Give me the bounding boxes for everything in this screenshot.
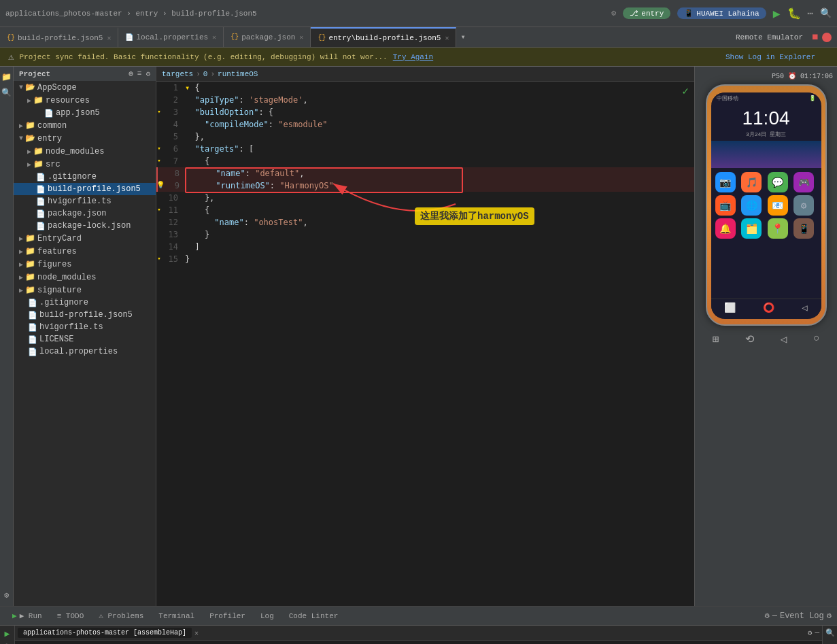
tree-item-entrycard[interactable]: ▶ 📁 EntryCard <box>14 232 156 245</box>
terminal-tab[interactable]: Terminal <box>152 609 201 623</box>
run-subtab-close[interactable]: ✕ <box>194 629 199 637</box>
tree-item-buildprofile-entry[interactable]: 📄 build-profile.json5 <box>14 183 156 195</box>
todo-tab[interactable]: ≡ TODO <box>50 609 91 623</box>
tree-item-localprops[interactable]: 📄 local.properties <box>14 345 156 358</box>
explorer-icon[interactable]: 📁 <box>1 72 12 82</box>
settings-eventlog-icon[interactable]: ⚙ <box>827 611 832 621</box>
tree-item-buildprofile-root[interactable]: 📄 build-profile.json5 <box>14 309 156 321</box>
sidebar-scope-icon[interactable]: ⊕ <box>129 69 133 78</box>
profiler-tab[interactable]: Profiler <box>203 609 252 623</box>
tab-close-3[interactable]: ✕ <box>299 33 303 41</box>
editor-breadcrumb: targets › 0 › runtimeOS <box>156 67 694 82</box>
editor-code[interactable]: ✓ 1 ▾ { 2 "apiType": 'stageMode', ▾ 3 "b… <box>156 82 694 606</box>
tree-item-packagelock-entry[interactable]: 📄 package-lock.json <box>14 220 156 232</box>
search-sidebar-icon[interactable]: 🔍 <box>1 88 12 98</box>
tree-item-gitignore-entry[interactable]: 📄 .gitignore <box>14 171 156 183</box>
sidebar: Project ⊕ ≡ ⚙ ▼ 📂 AppScope ▶ 📁 resources <box>14 67 156 606</box>
phone-nav-square[interactable]: ⬜ <box>724 302 736 313</box>
file-icon-bp-root: 📄 <box>28 311 37 320</box>
settings-icon[interactable]: ⚙ <box>611 8 616 18</box>
tab-build-profile[interactable]: {} build-profile.json5 ✕ <box>0 27 118 48</box>
minimize-run-icon[interactable]: — <box>772 611 777 621</box>
tree-item-resources[interactable]: ▶ 📁 resources <box>14 94 156 107</box>
tree-item-appjson[interactable]: 📄 app.json5 <box>14 107 156 119</box>
tree-item-figures[interactable]: ▶ 📁 figures <box>14 258 156 271</box>
top-bar: applications_photos-master › entry › bui… <box>0 0 837 27</box>
folder-icon-entry: 📂 <box>25 133 35 143</box>
try-again-link[interactable]: Try Again <box>393 53 433 61</box>
phone-ctrl-back[interactable]: ⟲ <box>745 333 754 346</box>
folder-icon-nm-entry: 📁 <box>33 146 44 156</box>
code-line-4: 4 "compileMode": "esmodule" <box>156 118 694 131</box>
folder-icon-figures: 📁 <box>25 259 35 269</box>
warning-bar: ⚠ Project sync failed. Basic functionali… <box>0 48 837 67</box>
tree-item-hvigorfile-entry[interactable]: 📄 hvigorfile.ts <box>14 195 156 207</box>
sidebar-menu-icon[interactable]: ⚙ <box>146 69 150 78</box>
run-subtab-settings[interactable]: ⚙ <box>808 628 813 637</box>
tree-item-entry[interactable]: ▼ 📂 entry <box>14 132 156 145</box>
tree-item-features[interactable]: ▶ 📁 features <box>14 245 156 258</box>
label-nm-entry: node_modules <box>46 147 104 156</box>
breadcrumb-0: 0 <box>203 70 208 78</box>
codelinter-tab[interactable]: Code Linter <box>282 609 345 623</box>
run-tab[interactable]: ▶ ▶ Run <box>5 609 49 623</box>
tree-item-hvigorfile-root[interactable]: 📄 hvigorfile.ts <box>14 321 156 333</box>
breadcrumb-targets: targets <box>162 70 193 78</box>
tree-item-nodemodules-root[interactable]: ▶ 📁 node_modules <box>14 271 156 284</box>
tree-item-node-modules-entry[interactable]: ▶ 📁 node_modules <box>14 145 156 158</box>
code-line-8: 8 "name": "default", <box>156 167 694 180</box>
run-log-output[interactable]: C:\Users\86156\nodejs\node.exe D:\peizhi… <box>15 641 822 644</box>
run-button[interactable]: ▶ <box>773 6 781 21</box>
settings-side-icon[interactable]: ⚙ <box>4 590 9 600</box>
more-icon[interactable]: ⋯ <box>808 7 813 19</box>
label-entry: entry <box>37 134 62 143</box>
run-play-icon[interactable]: ▶ <box>5 628 10 639</box>
debug-button[interactable]: 🐛 <box>787 7 801 20</box>
line-content-14: ] <box>182 241 694 253</box>
run-subtab-min[interactable]: — <box>815 628 819 637</box>
line-content-9: "runtimeOS": "HarmonyOS" <box>184 180 694 192</box>
line-num-2: 2 <box>162 94 182 106</box>
tab-close-1[interactable]: ✕ <box>107 34 111 42</box>
tab-local-properties[interactable]: 📄 local.properties ✕ <box>118 27 224 48</box>
tab-package-json[interactable]: {} package.json ✕ <box>224 27 311 48</box>
phone-ctrl-home[interactable]: ◁ <box>781 333 787 346</box>
log-tab[interactable]: Log <box>254 609 281 623</box>
tab-close-4[interactable]: ✕ <box>445 34 449 42</box>
problems-tab[interactable]: ⚠ Problems <box>92 609 150 623</box>
phone-ctrl-expand[interactable]: ⊞ <box>712 333 719 346</box>
run-right-search[interactable]: 🔍 <box>825 628 835 637</box>
tab-more-btn[interactable]: ▾ <box>456 32 469 42</box>
tree-item-signature[interactable]: ▶ 📁 signature <box>14 284 156 296</box>
tab-entry-build-profile[interactable]: {} entry\build-profile.json5 ✕ <box>311 27 456 48</box>
main-content: 📁 🔍 ⚙ Project ⊕ ≡ ⚙ ▼ 📂 AppScope ▶ 📁 res… <box>0 67 837 606</box>
arrow-nm-root: ▶ <box>19 273 23 282</box>
settings-run-icon[interactable]: ⚙ <box>765 611 770 621</box>
line-num-10: 10 <box>162 192 182 204</box>
stop-icon[interactable]: ⏹ <box>811 32 819 42</box>
tree-item-src[interactable]: ▶ 📁 src <box>14 158 156 171</box>
branch-btn[interactable]: ⎇ entry <box>623 7 670 19</box>
sidebar-collapse-icon[interactable]: ≡ <box>137 69 142 78</box>
tab-close-2[interactable]: ✕ <box>212 33 216 41</box>
label-localprops: local.properties <box>39 347 118 356</box>
phone-nav-circle[interactable]: ⭕ <box>763 302 774 313</box>
gutter-8 <box>158 167 163 180</box>
device-btn[interactable]: 📱 HUAWEI Lahaina <box>677 7 766 19</box>
show-log-btn[interactable]: Show Log in Explorer <box>725 53 829 61</box>
phone-nav-back[interactable]: ◁ <box>802 302 807 313</box>
file-icon-pkg-entry: 📄 <box>36 209 46 218</box>
tree-item-gitignore-root[interactable]: 📄 .gitignore <box>14 296 156 309</box>
run-subtab-active[interactable]: applications-photos-master [assembleHap] <box>18 628 192 638</box>
tree-item-appscope[interactable]: ▼ 📂 AppScope <box>14 81 156 94</box>
gutter-fold-11: ▾ <box>156 204 162 216</box>
tree-item-common[interactable]: ▶ 📁 common <box>14 119 156 132</box>
line-num-5: 5 <box>162 131 182 143</box>
tree-item-license[interactable]: 📄 LICENSE <box>14 333 156 345</box>
arrow-features: ▶ <box>19 248 23 256</box>
phone-ctrl-forward[interactable]: ○ <box>813 333 820 346</box>
gutter-lightbulb-9[interactable]: 💡 <box>158 180 163 192</box>
phone-app-1: 📷 <box>715 172 736 192</box>
search-icon[interactable]: 🔍 <box>820 7 832 19</box>
tree-item-package-entry[interactable]: 📄 package.json <box>14 207 156 220</box>
